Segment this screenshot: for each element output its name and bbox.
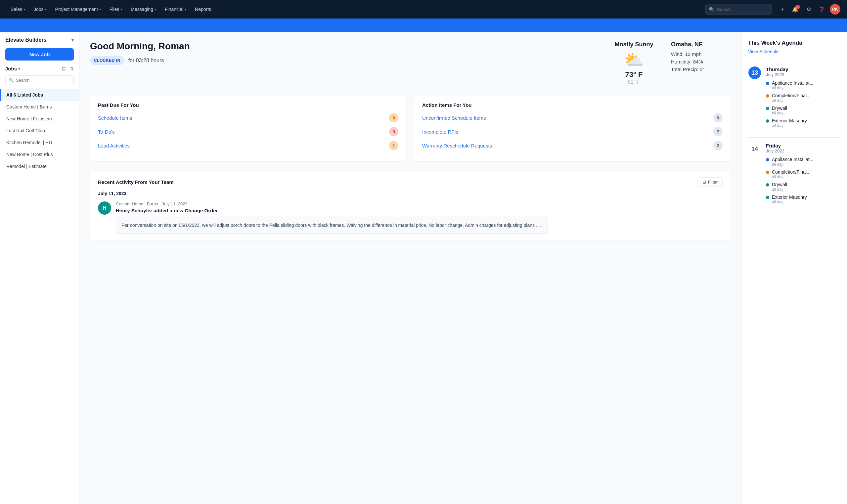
- filter-icon[interactable]: ⊟: [62, 66, 66, 71]
- jobs-header: Jobs ▾ ⊟ ⇅: [0, 66, 79, 71]
- filter-icon: ⊟: [702, 180, 706, 184]
- weather-precip: Total Precip: 0": [671, 67, 730, 72]
- lead-activities-badge: 1: [389, 141, 398, 150]
- sidebar-search-box[interactable]: 🔍: [5, 75, 74, 85]
- sidebar-item-all-jobs[interactable]: All 6 Listed Jobs: [0, 89, 79, 101]
- settings-button[interactable]: ⚙: [803, 4, 814, 15]
- activity-user-action: Henry Schuyler added a new Change Order: [116, 208, 548, 213]
- sidebar-item-lost-rail[interactable]: Lost Rail Golf Club: [0, 125, 79, 137]
- past-due-card: Past Due For You Schedule Items 6 To-Do'…: [90, 95, 406, 161]
- event-name: Appliance Installat...: [772, 157, 813, 162]
- weather-label: Mostly Sunny: [607, 41, 660, 48]
- event-name: Drywall: [772, 182, 787, 187]
- new-job-button[interactable]: New Job: [5, 48, 74, 60]
- action-items-card: Action Items For You Unconfirmed Schedul…: [414, 95, 730, 161]
- nav-files[interactable]: Files ▾: [106, 5, 126, 14]
- day-name-thursday: Thursday: [766, 67, 841, 72]
- activity-avatar: H: [98, 201, 111, 215]
- activity-title: Recent Activity From Your Team: [98, 179, 174, 185]
- gear-icon: ⚙: [807, 6, 811, 12]
- add-button[interactable]: +: [777, 4, 788, 15]
- sidebar-item-new-home-feinstein[interactable]: New Home | Feinstein: [0, 113, 79, 125]
- sidebar-item-kitchen-remodel[interactable]: Kitchen Remodel | HD: [0, 137, 79, 148]
- help-button[interactable]: ❓: [816, 4, 827, 15]
- event-fri-3: Exterior Masonry all day: [766, 195, 841, 204]
- event-dot-teal-fri: [766, 183, 769, 186]
- weather-temp-hi: 73° F: [625, 70, 643, 79]
- warranty-badge: 2: [713, 141, 723, 150]
- schedule-items-link[interactable]: Schedule Items: [98, 115, 132, 121]
- greeting-title: Good Morning, Roman: [90, 41, 597, 52]
- sidebar-item-new-home-cost-plus[interactable]: New Home | Cost Plus: [0, 148, 79, 160]
- event-thu-1: Completion/Final... all day: [766, 93, 841, 103]
- nav-project-management[interactable]: Project Management ▾: [51, 5, 105, 14]
- sales-chevron-icon: ▾: [23, 7, 25, 11]
- nav-jobs[interactable]: Jobs ▾: [30, 5, 51, 14]
- company-chevron-icon[interactable]: ▾: [71, 37, 74, 43]
- action-items-title: Action Items For You: [422, 102, 723, 108]
- event-fri-0: Appliance Installat... all day: [766, 157, 841, 167]
- rfis-link[interactable]: Incomplete RFIs: [422, 129, 458, 134]
- sidebar-item-custom-home-burns[interactable]: Custom Home | Burns: [0, 101, 79, 113]
- event-time: all day: [772, 86, 813, 90]
- sidebar-item-remodel-estimate[interactable]: Remodel | Estimate: [0, 160, 79, 172]
- view-schedule-link[interactable]: View Schedule: [748, 49, 841, 54]
- event-name: Completion/Final...: [772, 93, 811, 98]
- event-dot-blue-fri: [766, 158, 769, 161]
- jobs-label[interactable]: Jobs ▾: [5, 66, 20, 71]
- nav-search-box[interactable]: 🔍: [705, 4, 772, 15]
- activity-note: Per conversation on site on 06/1/2023, w…: [116, 217, 548, 234]
- financial-chevron-icon: ▾: [184, 7, 186, 11]
- weather-wind: Wind: 12 mph: [671, 51, 730, 57]
- weather-temp-lo: 61° F: [628, 79, 640, 85]
- past-due-lead-activities: Lead Activities 1: [98, 141, 398, 150]
- sort-icon[interactable]: ⇅: [70, 66, 74, 71]
- weather-condition: Mostly Sunny ⛅ 73° F 61° F: [607, 41, 660, 85]
- nav-messaging[interactable]: Messaging ▾: [127, 5, 160, 14]
- day-name-friday: Friday: [766, 143, 841, 148]
- accent-bar: [0, 19, 847, 32]
- company-name: Elevate Builders: [5, 37, 47, 43]
- activity-job: Custom Home | Burns: [116, 201, 158, 206]
- past-due-schedule-items: Schedule Items 6: [98, 113, 398, 122]
- search-icon: 🔍: [9, 78, 14, 83]
- sidebar-search-input[interactable]: [16, 78, 70, 83]
- greeting-left: Good Morning, Roman CLOCKED IN for 03:28…: [90, 41, 597, 65]
- day-number-friday: 14: [748, 143, 761, 207]
- activity-item-date: July 11, 2023: [162, 201, 187, 206]
- files-chevron-icon: ▾: [120, 7, 122, 11]
- unconfirmed-schedule-link[interactable]: Unconfirmed Schedule Items: [422, 115, 486, 121]
- day-circle-13: 13: [748, 67, 761, 79]
- warranty-reschedule: Warranty Reschedule Requests 2: [422, 141, 723, 150]
- help-icon: ❓: [818, 6, 825, 13]
- event-name: Exterior Masonry: [772, 118, 807, 123]
- todos-link[interactable]: To-Do's: [98, 129, 114, 134]
- event-thu-3: Exterior Masonry all day: [766, 118, 841, 128]
- search-icon: 🔍: [709, 7, 714, 12]
- nav-financial[interactable]: Financial ▾: [161, 5, 190, 14]
- event-dot-blue: [766, 82, 769, 85]
- event-name: Exterior Masonry: [772, 195, 807, 200]
- event-dot-orange-fri: [766, 170, 769, 174]
- past-due-todos: To-Do's 3: [98, 127, 398, 136]
- activity-body: Custom Home | Burns July 11, 2023 Henry …: [116, 201, 548, 234]
- top-nav: Sales ▾ Jobs ▾ Project Management ▾ File…: [0, 0, 847, 19]
- messaging-chevron-icon: ▾: [155, 7, 156, 11]
- lead-activities-link[interactable]: Lead Activities: [98, 143, 130, 148]
- nav-reports[interactable]: Reports: [191, 5, 215, 14]
- day-plain-14: 14: [748, 143, 761, 156]
- event-time: all day: [772, 111, 787, 115]
- schedule-items-badge: 6: [389, 113, 398, 122]
- user-avatar[interactable]: RK: [830, 4, 841, 15]
- notifications-button[interactable]: 🔔 2: [790, 4, 801, 15]
- main-layout: Elevate Builders ▾ New Job Jobs ▾ ⊟ ⇅ 🔍 …: [0, 32, 847, 504]
- filter-button[interactable]: ⊟ Filter: [698, 177, 723, 187]
- event-thu-2: Drywall all day: [766, 106, 841, 115]
- unconfirmed-schedule-items: Unconfirmed Schedule Items 9: [422, 113, 723, 122]
- nav-sales[interactable]: Sales ▾: [6, 5, 29, 14]
- search-input[interactable]: [717, 7, 768, 12]
- event-dot-orange: [766, 94, 769, 97]
- warranty-link[interactable]: Warranty Reschedule Requests: [422, 143, 492, 148]
- day-content-thursday: Thursday July 2023 Appliance Installat..…: [766, 67, 841, 131]
- clocked-in-badge: CLOCKED IN: [90, 56, 124, 65]
